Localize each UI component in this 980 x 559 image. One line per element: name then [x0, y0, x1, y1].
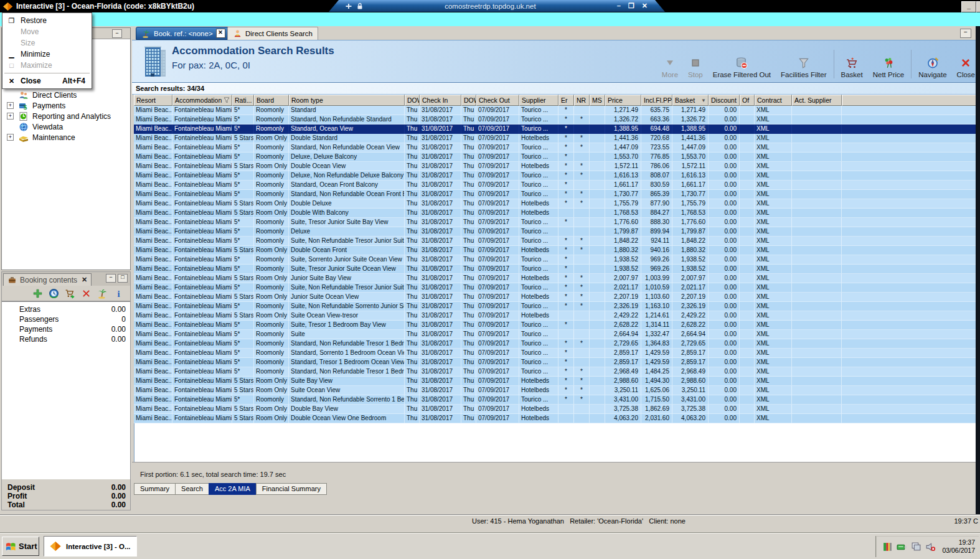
column-header-of[interactable]: Of	[740, 95, 755, 106]
toolbar-button-nett-price[interactable]: Nett Price	[868, 57, 910, 80]
rdp-close-button[interactable]: ✕	[642, 2, 648, 10]
table-row[interactable]: Miami Beac...Fontainebleau Miami ...5*Ro…	[134, 302, 976, 311]
booking-row-payments[interactable]: Payments0.00	[2, 324, 130, 334]
tray-computer-icon[interactable]	[911, 542, 921, 552]
column-header-discount[interactable]: Discount	[709, 95, 740, 106]
menu-item-move[interactable]: Move	[2, 26, 92, 37]
filter-funnel-icon[interactable]	[224, 97, 230, 103]
table-row[interactable]: Miami Beac...Fontainebleau Miami ...5 St…	[134, 134, 976, 143]
column-header-nr[interactable]: NR	[574, 95, 590, 106]
table-row[interactable]: Miami Beac...Fontainebleau Miami ...5*Ro…	[134, 358, 976, 367]
taskbar-item-interactive[interactable]: Interactive [3] - O...	[44, 536, 137, 557]
sidebar-item-maintenance[interactable]: +Maintenance	[2, 132, 130, 143]
table-row[interactable]: Miami Beac...Fontainebleau Miami ...5 St…	[134, 246, 976, 255]
delete-icon[interactable]	[81, 288, 92, 299]
table-row[interactable]: Miami Beac...Fontainebleau Miami ...5 St…	[134, 162, 976, 171]
toolbar-button-more[interactable]: More	[657, 57, 683, 80]
table-row[interactable]: Miami Beac...Fontainebleau Miami ...5 St…	[134, 405, 976, 414]
world-clock-icon[interactable]	[49, 288, 59, 299]
column-header-check-in[interactable]: Check In	[420, 95, 461, 106]
table-row[interactable]: Miami Beac...Fontainebleau Miami ...5 St…	[134, 274, 976, 283]
table-row[interactable]: Miami Beac...Fontainebleau Miami ...5*Ro…	[134, 367, 976, 377]
menu-item-size[interactable]: Size	[2, 37, 92, 49]
palm-icon[interactable]	[97, 288, 108, 299]
column-header-incl-fl-pp[interactable]: Incl.Fl.PP	[641, 95, 672, 106]
column-header-resort[interactable]: Resort	[134, 95, 172, 106]
column-header-check-out[interactable]: Check Out	[476, 95, 519, 106]
table-row[interactable]: Miami Beac...Fontainebleau Miami ...5 St…	[134, 209, 976, 218]
booking-minimize-button[interactable]: −	[106, 274, 116, 283]
toolbar-button-basket[interactable]: Basket	[836, 57, 868, 80]
column-header-accommodation[interactable]: Accommodation	[172, 95, 232, 106]
column-header-price[interactable]: Price	[605, 95, 641, 106]
column-header-er[interactable]: Er	[558, 95, 574, 106]
table-row[interactable]: Miami Beac...Fontainebleau Miami ...5*Ro…	[134, 283, 976, 293]
tabstrip-minimize-button[interactable]: −	[960, 29, 971, 38]
column-header-supplier[interactable]: Supplier	[519, 95, 558, 106]
table-row[interactable]: Miami Beac...Fontainebleau Miami ...5*Ro…	[134, 339, 976, 349]
table-row[interactable]: Miami Beac...Fontainebleau Miami ...5*Ro…	[134, 237, 976, 246]
table-row[interactable]: Miami Beac...Fontainebleau Miami ...5*Ro…	[134, 190, 976, 199]
table-row[interactable]: Miami Beac...Fontainebleau Miami ...5*Ro…	[134, 255, 976, 265]
tab-direct-clients-search[interactable]: Direct Clients Search	[227, 27, 318, 40]
booking-tab-close-icon[interactable]: ✕	[82, 276, 87, 284]
tray-app-icon[interactable]	[882, 542, 893, 552]
footer-tab-acc-2a-mia[interactable]: Acc 2A MIA	[209, 483, 257, 495]
table-row[interactable]: Miami Beac...Fontainebleau Miami ...5 St…	[134, 199, 976, 209]
table-row[interactable]: Miami Beac...Fontainebleau Miami ...5*Ro…	[134, 265, 976, 274]
table-row[interactable]: Miami Beac...Fontainebleau Miami ...5*Ro…	[134, 395, 976, 405]
table-row[interactable]: Miami Beac...Fontainebleau Miami ...5*Ro…	[134, 143, 976, 153]
info-icon[interactable]: i	[113, 288, 124, 299]
menu-item-minimize[interactable]: ▁Minimize	[2, 49, 92, 60]
start-button[interactable]: Start	[2, 537, 39, 556]
table-row[interactable]: Miami Beac...Fontainebleau Miami ...5*Ro…	[134, 115, 976, 124]
menu-item-restore[interactable]: ❐Restore	[2, 15, 92, 26]
table-row[interactable]: Miami Beac...Fontainebleau Miami ...5*Ro…	[134, 321, 976, 330]
toolbar-button-navigate[interactable]: Navigate	[913, 57, 951, 80]
table-row[interactable]: Miami Beac...Fontainebleau Miami ...5 St…	[134, 377, 976, 386]
table-row[interactable]: Miami Beac...Fontainebleau Miami ...5 St…	[134, 293, 976, 302]
column-header-ms[interactable]: MS	[590, 95, 605, 106]
table-row[interactable]: Miami Beac...Fontainebleau Miami ...5 St…	[134, 311, 976, 321]
expand-icon[interactable]: +	[7, 134, 14, 141]
table-row[interactable]: Miami Beac...Fontainebleau Miami ...5 St…	[134, 386, 976, 395]
column-header-act-supplier[interactable]: Act. Supplier	[792, 95, 842, 106]
booking-maximize-button[interactable]: □	[118, 274, 128, 283]
tab-book-ref-none[interactable]: Book. ref.: <none>✕	[136, 27, 231, 40]
menu-item-close[interactable]: ✕CloseAlt+F4	[2, 75, 92, 87]
toolbar-button-stop[interactable]: Stop	[683, 57, 708, 80]
booking-contents-tab[interactable]: Booking contents ✕	[3, 273, 92, 286]
table-row[interactable]: Miami Beac...Fontainebleau Miami ...5 St…	[134, 414, 976, 423]
sidebar-item-payments[interactable]: +$Payments	[2, 100, 130, 111]
footer-tab-search[interactable]: Search	[175, 483, 209, 495]
tray-mute-icon[interactable]	[925, 542, 936, 552]
tab-close-icon[interactable]: ✕	[216, 29, 225, 38]
expand-icon[interactable]: +	[7, 113, 14, 120]
expand-icon[interactable]: +	[7, 102, 14, 109]
booking-row-passengers[interactable]: Passengers0	[2, 314, 130, 324]
column-header-room-type[interactable]: Room type	[289, 95, 405, 106]
table-row[interactable]: Miami Beac...Fontainebleau Miami ...5*Ro…	[134, 124, 976, 134]
window-minimize-button[interactable]: _	[961, 1, 976, 12]
table-row[interactable]: Miami Beac...Fontainebleau Miami ...5*Ro…	[134, 171, 976, 181]
footer-tab-summary[interactable]: Summary	[134, 483, 176, 495]
sidebar-collapse-button[interactable]: −	[112, 29, 122, 38]
column-header-dow-in[interactable]: DOW	[405, 95, 420, 106]
toolbar-button-erase-filtered-out[interactable]: Erase Filtered Out	[708, 57, 776, 80]
column-header-rating[interactable]: Rati...	[232, 95, 254, 106]
sidebar-item-viewdata[interactable]: Viewdata	[2, 121, 130, 132]
table-row[interactable]: Miami Beac...Fontainebleau Miami ...5*Ro…	[134, 227, 976, 237]
table-row[interactable]: Miami Beac...Fontainebleau Miami ...5*Ro…	[134, 218, 976, 227]
booking-row-extras[interactable]: Extras0.00	[2, 304, 130, 314]
sidebar-item-reporting-and-analytics[interactable]: +Reporting and Analytics	[2, 111, 130, 121]
column-header-dow-out[interactable]: DOW	[461, 95, 476, 106]
rdp-minimize-button[interactable]: –	[617, 2, 621, 10]
rdp-restore-button[interactable]: ❐	[628, 2, 634, 10]
menu-item-maximize[interactable]: □Maximize	[2, 60, 92, 71]
table-row[interactable]: Miami Beac...Fontainebleau Miami ...5*Ro…	[134, 330, 976, 339]
add-icon[interactable]	[32, 288, 43, 299]
booking-row-refunds[interactable]: Refunds0.00	[2, 334, 130, 344]
column-header-basket[interactable]: Basket▼	[672, 95, 709, 106]
footer-tab-financial-summary[interactable]: Financial Summary	[256, 483, 327, 495]
sidebar-item-direct-clients[interactable]: Direct Clients	[2, 90, 130, 100]
